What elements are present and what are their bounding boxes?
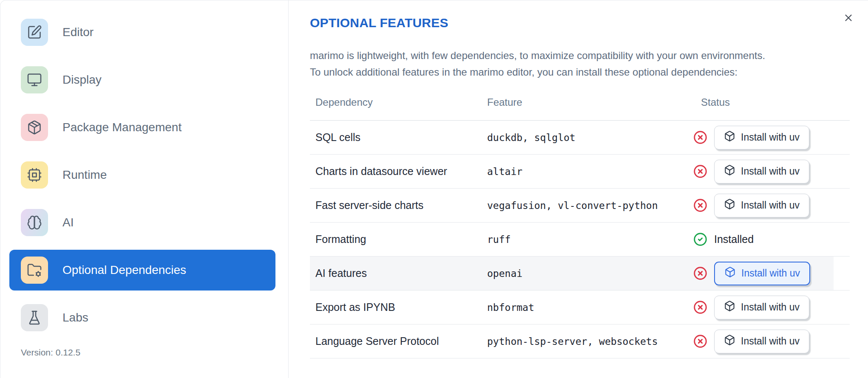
sidebar-item-display[interactable]: Display [9,59,275,100]
description-line-1: marimo is lightweight, with few dependen… [310,50,765,61]
table-row: Export as IPYNB nbformat Install with uv [310,291,850,324]
x-circle-icon [693,164,707,178]
sidebar-item-label: AI [62,216,74,229]
feature-cell: openai [487,268,693,279]
install-button-label: Install with uv [741,268,800,279]
sidebar-item-label: Labs [62,311,88,324]
dependency-cell: SQL cells [310,131,487,144]
status-cell: Install with uv [693,126,850,150]
install-button-label: Install with uv [741,166,800,177]
table-row: Charts in datasource viewer altair Insta… [310,155,850,189]
table-header: Dependency Feature Status [310,85,850,121]
box-icon [724,130,735,144]
editor-icon [21,19,48,46]
dependency-cell: Formatting [310,233,487,245]
sidebar-item-label: Editor [62,25,94,39]
sidebar-item-label: Optional Dependencies [62,263,186,277]
status-cell: Install with uv [693,160,850,183]
status-cell: Install with uv [693,296,850,319]
close-button[interactable] [840,10,857,27]
settings-dialog: Editor Display Package Management Runtim… [0,0,868,378]
box-icon [724,334,735,348]
table-body: SQL cells duckdb, sqlglot Install with u… [310,121,850,358]
status-cell: Install with uv [693,194,850,217]
status-cell: Install with uv [693,262,850,285]
sidebar-item-optional-dependencies[interactable]: Optional Dependencies [9,250,275,291]
feature-cell: nbformat [487,302,693,313]
sidebar-item-label: Package Management [62,121,182,134]
column-header-feature: Feature [487,96,693,108]
x-circle-icon [693,334,707,348]
optional-features-panel: OPTIONAL FEATURES marimo is lightweight,… [289,0,868,378]
check-circle-icon [693,232,707,246]
box-icon [724,164,735,178]
version-label: Version: 0.12.5 [21,347,288,358]
page-title: OPTIONAL FEATURES [310,0,868,30]
install-button-label: Install with uv [741,200,800,211]
feature-cell: vegafusion, vl-convert-python [487,200,693,211]
sidebar-item-label: Display [62,73,102,87]
status-cell: Install with uv [693,330,850,353]
install-with-uv-button[interactable]: Install with uv [714,126,809,150]
sidebar-item-package-management[interactable]: Package Management [9,107,275,148]
settings-sidebar: Editor Display Package Management Runtim… [0,0,289,378]
x-circle-icon [693,266,707,280]
dependency-cell: Language Server Protocol [310,335,487,347]
folder-cog-icon [21,257,48,284]
sidebar-item-list: Editor Display Package Management Runtim… [9,12,288,338]
sidebar-item-ai[interactable]: AI [9,202,275,243]
installed-label: Installed [714,233,754,245]
column-header-dependency: Dependency [310,96,487,108]
package-icon [21,114,48,141]
dependency-cell: Export as IPYNB [310,301,487,313]
table-row: AI features openai Install with uv [310,257,850,291]
install-button-label: Install with uv [741,132,800,143]
description-text: marimo is lightweight, with few dependen… [310,47,839,80]
box-icon [724,266,736,280]
status-cell: Installed [693,232,850,246]
runtime-icon [21,161,48,189]
install-with-uv-button[interactable]: Install with uv [714,160,809,183]
close-icon [843,12,854,25]
box-icon [724,198,735,212]
dependency-cell: AI features [310,267,487,279]
sidebar-item-runtime[interactable]: Runtime [9,155,275,195]
table-row: Fast server-side charts vegafusion, vl-c… [310,189,850,223]
table-row: Language Server Protocol python-lsp-serv… [310,324,850,358]
install-with-uv-button[interactable]: Install with uv [714,330,809,353]
table-row: SQL cells duckdb, sqlglot Install with u… [310,121,850,155]
display-icon [21,66,48,93]
labs-icon [21,304,48,331]
sidebar-item-editor[interactable]: Editor [9,12,275,53]
install-with-uv-button[interactable]: Install with uv [714,296,809,319]
feature-cell: ruff [487,234,693,245]
sidebar-item-label: Runtime [62,168,107,182]
dependency-cell: Charts in datasource viewer [310,165,487,178]
install-button-label: Install with uv [741,336,800,347]
install-button-label: Install with uv [741,302,800,313]
column-header-status: Status [693,96,850,108]
sidebar-item-labs[interactable]: Labs [9,297,275,338]
install-with-uv-button[interactable]: Install with uv [714,194,809,217]
table-row: Formatting ruff Installed [310,223,850,257]
install-with-uv-button[interactable]: Install with uv [714,262,810,285]
description-line-2: To unlock additional features in the mar… [310,66,738,78]
box-icon [724,300,735,314]
feature-cell: duckdb, sqlglot [487,132,693,143]
feature-cell: python-lsp-server, websockets [487,336,693,347]
x-circle-icon [693,130,707,144]
ai-icon [21,209,48,236]
feature-cell: altair [487,166,693,177]
features-table: Dependency Feature Status SQL cells duck… [310,85,850,358]
x-circle-icon [693,198,707,212]
x-circle-icon [693,300,707,314]
dependency-cell: Fast server-side charts [310,199,487,212]
